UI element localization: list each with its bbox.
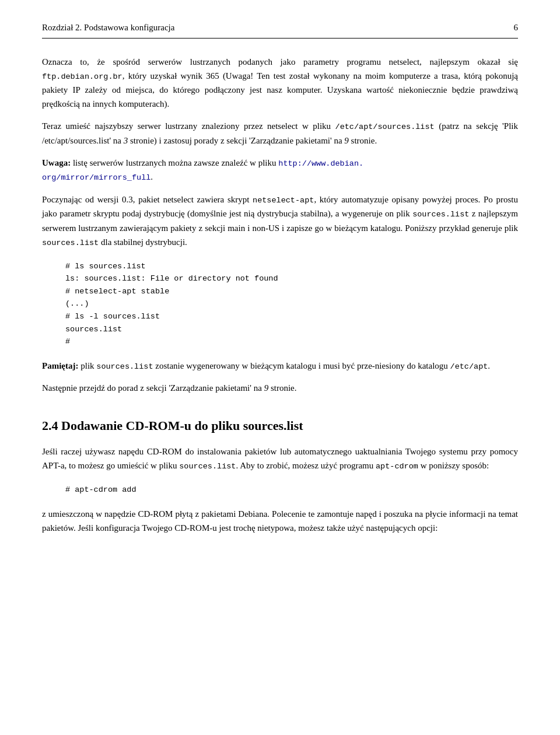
p7-code2: apt-cdrom xyxy=(376,462,418,471)
code-block-1: # ls sources.list ls: sources.list: File… xyxy=(65,260,518,348)
section-title: Dodawanie CD-ROM-u do pliku sources.list xyxy=(61,418,303,433)
page-header: Rozdział 2. Podstawowa konfiguracja 6 xyxy=(42,21,518,38)
p4-start: Poczynając od wersji 0.3, pakiet netsele… xyxy=(42,195,253,204)
paragraph-3: Uwaga: listę serwerów lustrzanych można … xyxy=(42,156,518,184)
p6-end: stronie. xyxy=(268,383,296,393)
p3-end: . xyxy=(150,172,153,181)
section-number: 2.4 xyxy=(42,418,58,433)
p4-end: dla stabilnej dystrybucji. xyxy=(99,237,187,247)
paragraph-6: Następnie przejdź do porad z sekcji 'Zar… xyxy=(42,381,518,395)
paragraph-7: Jeśli raczej używasz napędu CD-ROM do in… xyxy=(42,444,518,473)
p6-text: Następnie przejdź do porad z sekcji 'Zar… xyxy=(42,383,264,393)
p4-code2: sources.list xyxy=(412,210,469,219)
p2-link2: 9 xyxy=(344,136,349,145)
page: Rozdział 2. Podstawowa konfiguracja 6 Oz… xyxy=(0,0,560,735)
code-block-2: # apt-cdrom add xyxy=(65,484,518,496)
p1-text: Oznacza to, że spośród serwerów lustrzan… xyxy=(42,57,518,66)
p2-start: Teraz umieść najszybszy serwer lustrzany… xyxy=(42,121,335,131)
p3-link1: http://www.debian. xyxy=(278,159,363,168)
p3-label: Uwaga: xyxy=(42,158,71,167)
paragraph-2: Teraz umieść najszybszy serwer lustrzany… xyxy=(42,119,518,148)
paragraph-5: Pamiętaj: plik sources.list zostanie wyg… xyxy=(42,359,518,373)
p3-link2: org/mirror/mirrors_full xyxy=(42,173,150,182)
p5-label: Pamiętaj: xyxy=(42,361,78,370)
p7-code: sources.list xyxy=(179,462,236,471)
paragraph-8: z umieszczoną w napędzie CD-ROM płytą z … xyxy=(42,507,518,535)
p7-mid: . Aby to zrobić, możesz użyć programu xyxy=(236,461,376,470)
p4-code1: netselect-apt xyxy=(253,196,314,205)
paragraph-1: Oznacza to, że spośród serwerów lustrzan… xyxy=(42,55,518,111)
p2-mid2: stronie) i zastosuj porady z sekcji 'Zar… xyxy=(128,136,344,145)
p5-mid: plik xyxy=(78,361,96,370)
p5-mid2: zostanie wygenerowany w bieżącym katalog… xyxy=(153,361,450,370)
p3-mid: listę serwerów lustrzanych można zawsze … xyxy=(71,158,278,167)
p1-code: ftp.debian.org.br xyxy=(42,72,123,81)
p5-code2: /etc/apt xyxy=(450,362,488,371)
page-number: 6 xyxy=(514,21,519,34)
p2-code1: /etc/apt/sources.list xyxy=(335,123,435,131)
p2-end: stronie. xyxy=(349,136,377,145)
p7-end: w poniższy sposób: xyxy=(418,461,489,470)
chapter-title: Rozdział 2. Podstawowa konfiguracja xyxy=(42,21,174,34)
paragraph-4: Poczynając od wersji 0.3, pakiet netsele… xyxy=(42,192,518,250)
section-2-4-heading: 2.4 Dodawanie CD-ROM-u do pliku sources.… xyxy=(42,416,518,435)
p5-code1: sources.list xyxy=(96,362,153,371)
p4-code3: sources.list xyxy=(42,239,99,247)
p5-end: . xyxy=(488,361,490,370)
